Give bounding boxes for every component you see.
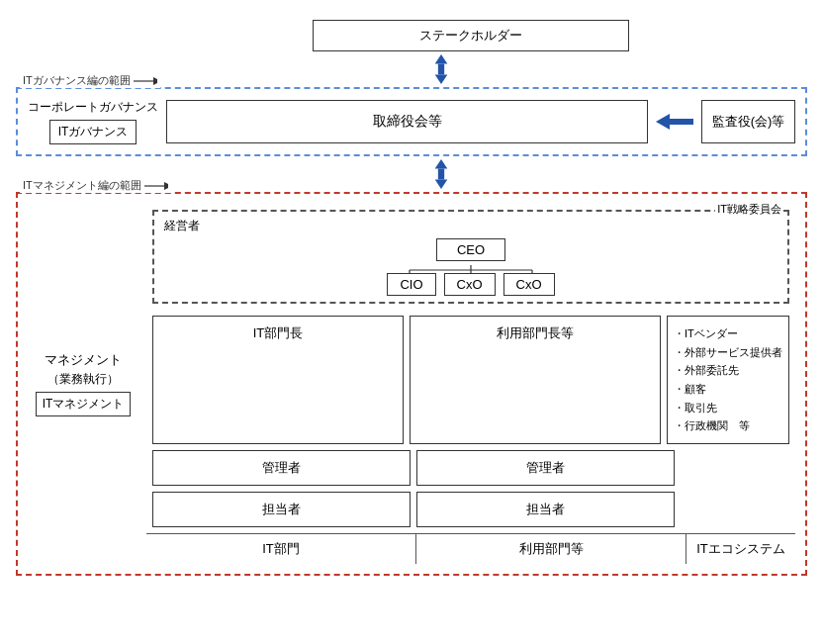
it-strategy-box: IT戦略委員会 経営者 CEO [152, 210, 789, 304]
ecosystem-item-3: ・外部委託先 [674, 361, 782, 380]
footer-user-dept: 利用部門等 [416, 534, 686, 564]
ecosystem-item-4: ・顧客 [674, 380, 782, 399]
mgmt-title: マネジメント [45, 351, 122, 369]
cxo-row: CIO CxO CxO [160, 273, 781, 296]
svg-marker-2 [435, 75, 448, 84]
user-staff-box: 担当者 [416, 492, 675, 527]
exec-label: 経営者 [160, 218, 781, 234]
scope-arrow-2 [144, 179, 168, 193]
svg-marker-7 [435, 159, 448, 168]
vertical-arrow-2 [427, 159, 455, 189]
org-row-1: IT部門長 利用部門長等 ・ITベンダー ・外部サービス提供者 ・外部委託先 ・… [152, 316, 789, 444]
it-management-badge: ITマネジメント [36, 392, 132, 416]
stakeholder-arrow-area [46, 51, 823, 87]
tree-lines-svg [372, 265, 570, 273]
horizontal-arrow [656, 111, 693, 133]
it-management-box: マネジメント （業務執行） ITマネジメント IT戦略委員会 経営者 CEO [16, 192, 807, 576]
ecosystem-placeholder-2 [681, 450, 789, 486]
it-governance-badge: ITガバナンス [49, 120, 137, 144]
ecosystem-placeholder-3 [681, 492, 789, 527]
footer-ecosystem: ITエコシステム [686, 534, 795, 564]
corporate-governance-box: コーポレートガバナンス ITガバナンス 取締役会等 監査役(会)等 [16, 87, 807, 156]
ceo-row: CEO [160, 238, 781, 261]
corp-gov-left: コーポレートガバナンス ITガバナンス [28, 99, 158, 144]
stakeholder-label: ステークホルダー [419, 28, 522, 43]
org-row-2: 管理者 管理者 [152, 450, 789, 486]
it-dept-head-box: IT部門長 [152, 316, 404, 444]
cxo-box-2: CxO [503, 273, 555, 296]
horiz-arrow-area [656, 111, 693, 133]
corp-gov-title: コーポレートガバナンス [28, 99, 158, 116]
svg-marker-4 [153, 77, 157, 85]
tree-connector [160, 265, 781, 273]
svg-marker-11 [164, 182, 168, 190]
ecosystem-item-6: ・行政機関 等 [674, 416, 782, 435]
ecosystem-item-1: ・ITベンダー [674, 324, 782, 343]
ceo-box: CEO [436, 238, 505, 261]
svg-marker-9 [435, 180, 448, 189]
footer-it-dept: IT部門 [146, 534, 416, 564]
it-management-scope-label: ITマネジメント編の範囲 [20, 178, 171, 193]
ecosystem-item-5: ・取引先 [674, 399, 782, 417]
org-row-3: 担当者 担当者 [152, 492, 789, 527]
user-dept-head-box: 利用部門長等 [410, 316, 661, 444]
it-governance-scope-label: ITガバナンス編の範囲 [20, 73, 160, 88]
svg-rect-6 [670, 119, 693, 125]
it-staff-box: 担当者 [152, 492, 411, 527]
diagram: ステークホルダー ITガバナンス編の範囲 コーポレートガバナンス [16, 20, 807, 576]
ecosystem-item-2: ・外部サービス提供者 [674, 343, 782, 362]
user-manager-box: 管理者 [416, 450, 675, 486]
vertical-arrow-1 [427, 54, 455, 84]
svg-rect-1 [438, 63, 444, 74]
auditor-box: 監査役(会)等 [701, 100, 795, 143]
ecosystem-box: ・ITベンダー ・外部サービス提供者 ・外部委託先 ・顧客 ・取引先 ・行政機関… [667, 316, 789, 444]
scope-arrow-1 [134, 74, 157, 88]
svg-marker-0 [435, 54, 448, 63]
svg-marker-5 [656, 114, 670, 130]
cxo-box-1: CxO [444, 273, 496, 296]
stakeholder-box: ステークホルダー [313, 20, 629, 51]
mgmt-left: マネジメント （業務執行） ITマネジメント [28, 204, 146, 564]
svg-rect-8 [438, 168, 444, 179]
org-section: IT部門長 利用部門長等 ・ITベンダー ・外部サービス提供者 ・外部委託先 ・… [146, 310, 795, 527]
it-strategy-label: IT戦略委員会 [715, 202, 783, 217]
cio-box: CIO [387, 273, 435, 296]
org-chart-area: IT戦略委員会 経営者 CEO [146, 204, 795, 564]
footer-row: IT部門 利用部門等 ITエコシステム [146, 533, 795, 564]
mgmt-subtitle: （業務執行） [47, 371, 119, 388]
it-manager-box: 管理者 [152, 450, 411, 486]
board-box: 取締役会等 [166, 100, 648, 143]
